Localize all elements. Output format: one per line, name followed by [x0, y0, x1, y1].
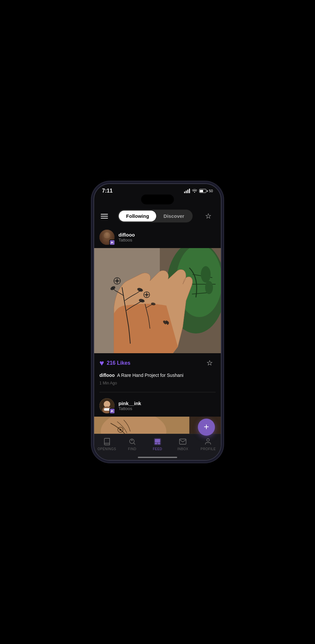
category-badge-2	[109, 408, 115, 414]
tab-switcher: Following Discover	[118, 210, 192, 222]
post-header: diflooo Tattoos	[94, 226, 221, 248]
find-icon	[128, 437, 136, 446]
signal-icon	[184, 189, 190, 193]
status-time: 7:11	[102, 188, 113, 194]
nav-find[interactable]: FIND	[119, 437, 145, 451]
avatar-wrap-2[interactable]	[99, 398, 115, 413]
status-bar: 7:11 50	[94, 184, 221, 196]
phone-frame: 7:11 50	[94, 183, 221, 461]
following-tab[interactable]: Following	[119, 211, 156, 221]
post-category: Tattoos	[118, 238, 135, 242]
post-item: diflooo Tattoos	[94, 226, 221, 389]
header: Following Discover ☆	[94, 207, 221, 226]
nav-feed[interactable]: FEED	[145, 437, 170, 451]
svg-rect-34	[158, 443, 160, 444]
like-section: ♥ 216 Likes	[99, 358, 130, 368]
plus-icon: +	[204, 422, 209, 431]
post-user-info: diflooo Tattoos	[118, 232, 135, 242]
nav-profile[interactable]: PROFILE	[196, 437, 221, 451]
find-label: FIND	[128, 447, 136, 451]
svg-rect-33	[155, 443, 157, 444]
create-post-button[interactable]: +	[198, 419, 215, 436]
bookmarks-button[interactable]: ☆	[202, 210, 214, 222]
openings-label: OPENINGS	[97, 447, 116, 451]
svg-rect-32	[155, 439, 160, 442]
nav-openings[interactable]: OPENINGS	[94, 437, 119, 451]
post-header-2: pink__ink Tattoos	[94, 395, 221, 417]
bottom-nav: OPENINGS FIND FEED	[94, 434, 221, 460]
heart-icon[interactable]: ♥	[99, 358, 104, 368]
feed-container: diflooo Tattoos	[94, 226, 221, 445]
post-username-2[interactable]: pink__ink	[118, 401, 141, 406]
bookmark-star-icon: ☆	[206, 359, 213, 367]
post-image[interactable]	[94, 248, 221, 353]
wifi-icon	[192, 189, 197, 194]
svg-point-6	[201, 266, 211, 283]
post-user-info-2: pink__ink Tattoos	[118, 401, 141, 411]
dynamic-island	[141, 195, 174, 204]
status-icons: 50	[184, 189, 213, 194]
battery-icon: 50	[199, 189, 213, 193]
inbox-label: INBOX	[177, 447, 188, 451]
post-actions: ♥ 216 Likes ☆	[94, 353, 221, 370]
post-timestamp: 1 Min Ago	[94, 380, 221, 389]
battery-level: 50	[209, 189, 213, 193]
svg-point-7	[205, 281, 213, 294]
save-button[interactable]: ☆	[204, 357, 216, 369]
discover-tab[interactable]: Discover	[156, 211, 191, 221]
inbox-icon	[178, 437, 187, 446]
profile-icon	[204, 437, 212, 446]
nav-inbox[interactable]: INBOX	[170, 437, 196, 451]
profile-label: PROFILE	[200, 447, 216, 451]
caption-username[interactable]: diflooo	[99, 373, 115, 378]
svg-point-35	[207, 439, 209, 441]
category-badge	[109, 240, 115, 245]
feed-icon	[153, 437, 162, 446]
home-indicator	[138, 457, 177, 458]
avatar-wrap[interactable]	[99, 230, 115, 245]
menu-button[interactable]	[101, 214, 108, 218]
feed-label: FEED	[153, 447, 162, 451]
likes-count: 216 Likes	[107, 360, 130, 366]
caption-text: A Rare Hand Project for Sushani	[117, 373, 183, 378]
post-category-2: Tattoos	[118, 406, 141, 411]
openings-icon	[103, 437, 111, 446]
svg-point-30	[131, 440, 133, 441]
svg-point-1	[104, 232, 110, 239]
svg-point-25	[119, 429, 121, 431]
star-icon: ☆	[205, 212, 212, 220]
post-username[interactable]: diflooo	[118, 232, 135, 238]
post-caption: diflooo A Rare Hand Project for Sushani	[94, 370, 221, 380]
